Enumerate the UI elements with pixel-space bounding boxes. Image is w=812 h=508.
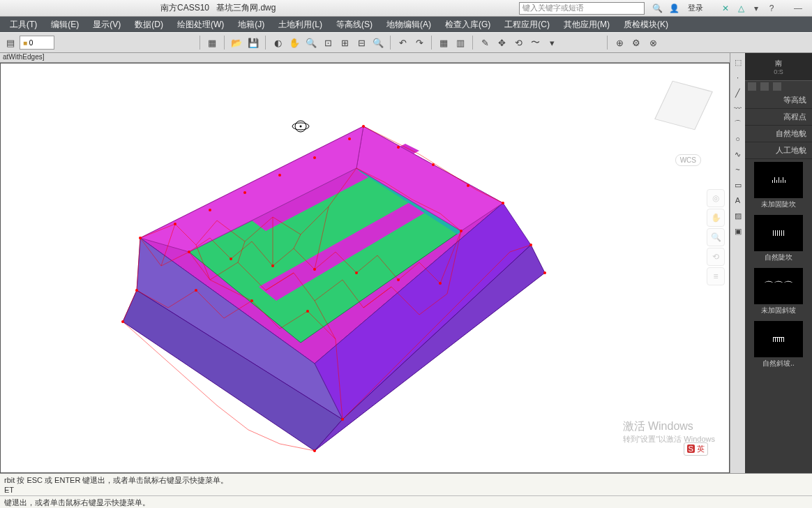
view-cube[interactable] — [652, 77, 715, 140]
redo-icon[interactable]: ↷ — [412, 35, 427, 50]
exchange-icon[interactable]: ✕ — [720, 3, 731, 14]
layer-icon[interactable]: ▤ — [3, 35, 18, 50]
zoom-realtime-icon[interactable]: 🔍 — [370, 35, 386, 50]
svg-point-34 — [250, 299, 253, 302]
zoom-icon[interactable]: 🔍 — [303, 35, 319, 50]
svg-point-33 — [195, 289, 197, 292]
user-icon[interactable]: 👤 — [668, 3, 679, 14]
svg-point-43 — [300, 126, 302, 128]
zoom-extents-icon[interactable]: ⊡ — [320, 35, 336, 50]
panel-tabs — [745, 81, 812, 92]
command-line[interactable]: rbit 按 ESC 或 ENTER 键退出，或者单击鼠标右键显示快捷菜单。 E… — [0, 473, 812, 495]
tool-hatch-icon[interactable]: ▨ — [731, 209, 745, 223]
undo-icon[interactable]: ↶ — [395, 35, 410, 50]
tab-grid-icon[interactable] — [760, 82, 769, 91]
open-icon[interactable]: 📂 — [229, 35, 244, 50]
tool-line-icon[interactable]: ╱ — [731, 86, 745, 100]
symbol-item[interactable]: 未加固陡坎 — [748, 162, 809, 209]
nav-more-icon[interactable]: ≡ — [707, 267, 725, 285]
nav-wheel-icon[interactable]: ◎ — [707, 189, 725, 207]
eraser-icon[interactable]: ◐ — [270, 35, 285, 50]
sync-icon[interactable]: ⊗ — [645, 35, 661, 50]
svg-point-36 — [341, 418, 344, 421]
status-bar: 键退出，或者单击鼠标右键显示快捷菜单。 — [0, 495, 812, 508]
panel-header: 南 0:S — [745, 53, 812, 81]
move-icon[interactable]: ✥ — [494, 35, 509, 50]
svg-point-27 — [313, 268, 316, 271]
tool-point-icon[interactable]: · — [731, 70, 745, 84]
tab-list-icon[interactable] — [748, 82, 756, 91]
search-icon[interactable]: 🔍 — [652, 3, 663, 14]
dropdown-icon[interactable]: ▾ — [544, 35, 559, 50]
tool-spline-icon[interactable]: ~ — [731, 163, 745, 177]
svg-point-14 — [209, 209, 211, 211]
menu-feature-edit[interactable]: 地物编辑(A) — [379, 17, 438, 32]
nav-orbit-icon[interactable]: ⟲ — [707, 248, 725, 266]
minimize-button[interactable]: — — [784, 3, 812, 13]
save-icon[interactable]: 💾 — [246, 35, 261, 50]
rotate-icon[interactable]: ⟲ — [511, 35, 526, 50]
cat-artificial[interactable]: 人工地貌 — [745, 142, 812, 159]
svg-point-40 — [543, 271, 546, 274]
help-icon[interactable]: ? — [766, 3, 777, 14]
zoom-window-icon[interactable]: ⊞ — [337, 35, 352, 50]
tool-circle-icon[interactable]: ○ — [731, 132, 745, 146]
cat-natural[interactable]: 自然地貌 — [745, 126, 812, 142]
symbol-item[interactable]: 自然斜坡.. — [748, 321, 809, 368]
symbol-item[interactable]: ⌒⌒⌒ 未加固斜坡 — [748, 268, 809, 315]
dropdown-icon[interactable]: ▾ — [751, 3, 762, 14]
right-panel: 南 0:S 等高线 高程点 自然地貌 人工地貌 未加固陡坎 自然陡坎 ⌒⌒⌒ — [745, 53, 812, 473]
menu-tools[interactable]: 工具(T) — [3, 17, 44, 32]
search-input[interactable]: 键入关键字或短语 — [519, 2, 645, 15]
cat-elevation[interactable]: 高程点 — [745, 109, 812, 126]
tool-text-icon[interactable]: A — [731, 193, 745, 207]
menu-check[interactable]: 检查入库(G) — [438, 17, 497, 32]
zoom-prev-icon[interactable]: ⊟ — [354, 35, 369, 50]
nav-zoom-icon[interactable]: 🔍 — [707, 228, 725, 246]
tool-arc-icon[interactable]: ⌒ — [731, 117, 745, 130]
svg-point-22 — [467, 184, 469, 187]
menu-draw[interactable]: 绘图处理(W) — [170, 17, 231, 32]
svg-point-19 — [362, 125, 365, 128]
svg-point-16 — [278, 174, 281, 177]
title-bar: 南方CASS10 基坑三角网.dwg 键入关键字或短语 🔍 👤 登录 ✕ △ ▾… — [0, 0, 812, 17]
tool-curve-icon[interactable]: ∿ — [731, 147, 745, 161]
wcs-label[interactable]: WCS — [675, 154, 701, 166]
svg-point-32 — [135, 289, 138, 292]
grid-icon[interactable]: ▦ — [436, 35, 451, 50]
tool-rect-icon[interactable]: ▭ — [731, 178, 745, 192]
tool-select-icon[interactable]: ⬚ — [731, 55, 745, 69]
properties-icon[interactable]: ▦ — [204, 35, 220, 50]
nav-pan-icon[interactable]: ✋ — [707, 209, 725, 227]
login-button[interactable]: 登录 — [685, 3, 706, 13]
pan-icon[interactable]: ✋ — [287, 35, 302, 50]
tool-polyline-icon[interactable]: 〰 — [731, 101, 745, 115]
symbol-item[interactable]: 自然陡坎 — [748, 215, 809, 262]
menu-edit[interactable]: 编辑(E) — [44, 17, 86, 32]
toolbar: ▤ ■ 0 ▦ 📂 💾 ◐ ✋ 🔍 ⊡ ⊞ ⊟ 🔍 ↶ ↷ ▦ ▥ ✎ ✥ ⟲ … — [0, 32, 812, 53]
tab-pin-icon[interactable] — [773, 82, 781, 91]
menu-qc[interactable]: 质检模块(K) — [617, 17, 675, 32]
svg-point-21 — [432, 163, 435, 166]
menu-landuse[interactable]: 土地利用(L) — [271, 17, 329, 32]
symbol-grid: 未加固陡坎 自然陡坎 ⌒⌒⌒ 未加固斜坡 自然斜坡.. — [745, 159, 812, 473]
ime-badge[interactable]: S 英 — [684, 442, 708, 456]
share-icon[interactable]: △ — [735, 3, 746, 14]
globe-icon[interactable]: ⊕ — [612, 35, 627, 50]
gear-icon[interactable]: ⚙ — [629, 35, 644, 50]
menu-data[interactable]: 数据(D) — [128, 17, 170, 32]
tool-block-icon[interactable]: ▣ — [731, 224, 745, 238]
menu-view[interactable]: 显示(V) — [86, 17, 128, 32]
brush-icon[interactable]: ✎ — [477, 35, 493, 50]
menu-cadastre[interactable]: 地籍(J) — [231, 17, 271, 32]
table-icon[interactable]: ▥ — [453, 35, 468, 50]
cat-contour[interactable]: 等高线 — [745, 92, 812, 109]
svg-point-38 — [121, 320, 124, 323]
viewport[interactable]: WCS ◎ ✋ 🔍 ⟲ ≡ 激活 Windows 转到"设置"以激活 Windo… — [0, 63, 730, 473]
menu-other[interactable]: 其他应用(M) — [557, 17, 617, 32]
menu-contour[interactable]: 等高线(S) — [329, 17, 379, 32]
menu-engineering[interactable]: 工程应用(C) — [497, 17, 557, 32]
measure-icon[interactable]: 〜 — [527, 35, 543, 50]
layer-dropdown[interactable]: ■ 0 — [20, 36, 54, 50]
svg-point-20 — [397, 146, 400, 149]
